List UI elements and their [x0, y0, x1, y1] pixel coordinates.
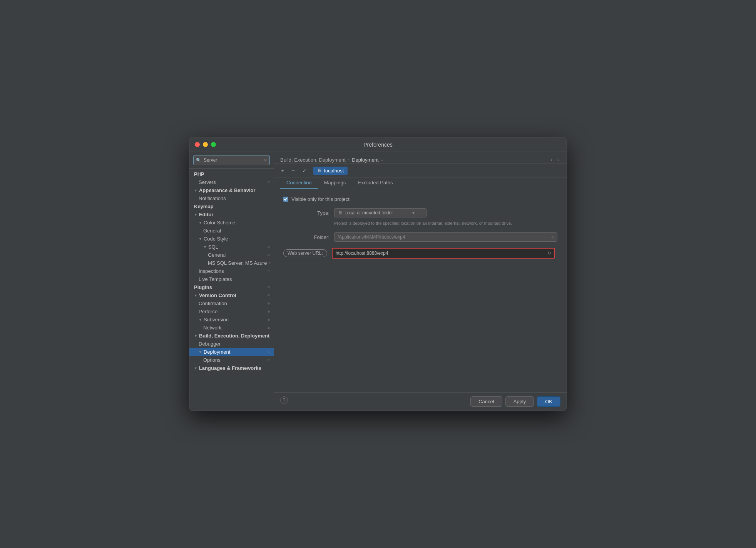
server-name: localhost [324, 168, 344, 174]
sidebar: 🔍 ✕ PHP Servers ≡ ▼ Appearance & Behavio… [189, 152, 274, 411]
color-scheme-label: Color Scheme [204, 220, 235, 226]
close-button[interactable] [195, 142, 200, 147]
perforce-badge: ≡ [268, 309, 270, 314]
perforce-label: Perforce [199, 309, 217, 314]
remove-server-button[interactable]: − [289, 166, 298, 175]
tab-excluded-paths[interactable]: Excluded Paths [352, 177, 399, 189]
sidebar-item-version-control[interactable]: ▼ Version Control ≡ [189, 291, 274, 299]
forward-button[interactable]: › [555, 156, 560, 164]
sidebar-item-color-scheme[interactable]: ▼ Color Scheme [189, 219, 274, 227]
server-item[interactable]: 🖥 localhost [313, 167, 348, 175]
bed-chevron-icon: ▼ [194, 334, 197, 338]
tab-connection[interactable]: Connection [280, 177, 318, 189]
sidebar-item-network[interactable]: Network ≡ [189, 324, 274, 332]
keymap-label: Keymap [194, 204, 214, 209]
search-wrapper: 🔍 ✕ [193, 155, 270, 165]
network-badge: ≡ [268, 326, 270, 330]
sidebar-item-options[interactable]: Options ≡ [189, 356, 274, 364]
url-refresh-icon[interactable]: ↻ [544, 251, 554, 256]
sidebar-item-ms-sql[interactable]: MS SQL Server, MS Azure ≡ [189, 259, 274, 267]
sidebar-item-notifications[interactable]: Notifications [189, 194, 274, 202]
sidebar-item-confirmation[interactable]: Confirmation ≡ [189, 299, 274, 307]
check-server-button[interactable]: ✓ [299, 166, 309, 175]
sidebar-item-php[interactable]: PHP [189, 170, 274, 178]
back-button[interactable]: ‹ [549, 156, 554, 164]
type-row: Type: 🖥 Local or mounted folder ▼ [283, 208, 557, 217]
subversion-chevron-icon: ▼ [199, 318, 202, 322]
server-icon: 🖥 [317, 168, 322, 173]
web-server-url-label: Web server URL: [283, 249, 327, 257]
sidebar-item-debugger[interactable]: Debugger [189, 340, 274, 348]
minimize-button[interactable] [203, 142, 208, 147]
sidebar-item-deployment[interactable]: ▼ Deployment ≡ [189, 348, 274, 356]
web-server-label-wrapper: Web server URL: [283, 249, 327, 257]
folder-browse-button[interactable]: ≡ [548, 232, 557, 242]
deployment-label: Deployment [204, 349, 230, 355]
type-select[interactable]: 🖥 Local or mounted folder ▼ [334, 208, 427, 217]
breadcrumb-separator: › [348, 157, 350, 163]
sidebar-item-subversion[interactable]: ▼ Subversion ≡ [189, 316, 274, 324]
version-control-label: Version Control [199, 292, 236, 298]
sidebar-item-keymap[interactable]: Keymap [189, 202, 274, 211]
sidebar-item-bed[interactable]: ▼ Build, Execution, Deployment [189, 332, 274, 340]
general-sql-label: General [208, 252, 226, 258]
ok-button[interactable]: OK [537, 396, 560, 407]
appearance-label: Appearance & Behavior [199, 187, 256, 193]
url-input[interactable] [333, 249, 544, 258]
title-bar: Preferences [189, 137, 567, 152]
visible-only-row: Visible only for this project [283, 196, 557, 202]
sidebar-item-general-sql[interactable]: General ≡ [189, 251, 274, 259]
folder-input[interactable] [334, 232, 548, 242]
lf-chevron-icon: ▼ [194, 366, 197, 370]
sidebar-item-general-cs[interactable]: General [189, 227, 274, 235]
main-content: 🔍 ✕ PHP Servers ≡ ▼ Appearance & Behavio… [189, 152, 567, 411]
languages-frameworks-label: Languages & Frameworks [199, 365, 261, 371]
servers-label: Servers [199, 179, 216, 185]
cancel-button[interactable]: Cancel [470, 396, 502, 407]
confirmation-badge: ≡ [268, 301, 270, 306]
folder-input-wrapper: ≡ [334, 232, 557, 242]
inspections-label: Inspections [199, 268, 224, 274]
sidebar-item-perforce[interactable]: Perforce ≡ [189, 307, 274, 316]
sidebar-item-live-templates[interactable]: Live Templates [189, 275, 274, 283]
vc-badge: ≡ [268, 293, 270, 297]
code-style-label: Code Style [204, 236, 228, 242]
window-title: Preferences [363, 142, 392, 148]
sidebar-item-code-style[interactable]: ▼ Code Style [189, 235, 274, 243]
editor-chevron-icon: ▼ [194, 213, 197, 217]
sidebar-item-inspections[interactable]: Inspections ≡ [189, 267, 274, 275]
sidebar-item-languages-frameworks[interactable]: ▼ Languages & Frameworks [189, 364, 274, 372]
chevron-icon: ▼ [194, 189, 197, 192]
subversion-label: Subversion [204, 317, 229, 322]
php-label: PHP [194, 171, 204, 177]
sidebar-item-sql[interactable]: ▼ SQL ≡ [189, 243, 274, 251]
clear-search-icon[interactable]: ✕ [264, 158, 267, 163]
sidebar-item-appearance-behavior[interactable]: ▼ Appearance & Behavior [189, 186, 274, 194]
notifications-label: Notifications [199, 195, 226, 201]
help-button[interactable]: ? [280, 396, 288, 404]
type-value: Local or mounted folder [345, 210, 393, 216]
ms-sql-badge: ≡ [268, 261, 271, 265]
apply-button[interactable]: Apply [505, 396, 534, 407]
visible-only-checkbox[interactable] [283, 197, 288, 202]
traffic-lights [195, 142, 216, 147]
footer: ? Cancel Apply OK [274, 392, 567, 411]
plugins-label: Plugins [194, 284, 212, 290]
server-toolbar: + − ✓ 🖥 localhost [274, 164, 567, 177]
sql-chevron-icon: ▼ [203, 245, 207, 249]
sidebar-item-servers[interactable]: Servers ≡ [189, 178, 274, 186]
type-hint: Project is deployed to the specified loc… [334, 221, 519, 226]
add-server-button[interactable]: + [278, 166, 287, 175]
search-input[interactable] [193, 155, 270, 165]
sidebar-item-editor[interactable]: ▼ Editor [189, 211, 274, 219]
deployment-badge: ≡ [268, 350, 270, 354]
debugger-label: Debugger [199, 341, 221, 347]
live-templates-label: Live Templates [199, 276, 232, 282]
ms-sql-label: MS SQL Server, MS Azure [208, 260, 267, 266]
sql-label: SQL [208, 244, 218, 250]
sidebar-tree: PHP Servers ≡ ▼ Appearance & Behavior No… [189, 169, 274, 411]
tab-mappings[interactable]: Mappings [318, 177, 352, 189]
inspections-badge: ≡ [268, 269, 270, 273]
sidebar-item-plugins[interactable]: Plugins ≡ [189, 283, 274, 291]
maximize-button[interactable] [211, 142, 216, 147]
